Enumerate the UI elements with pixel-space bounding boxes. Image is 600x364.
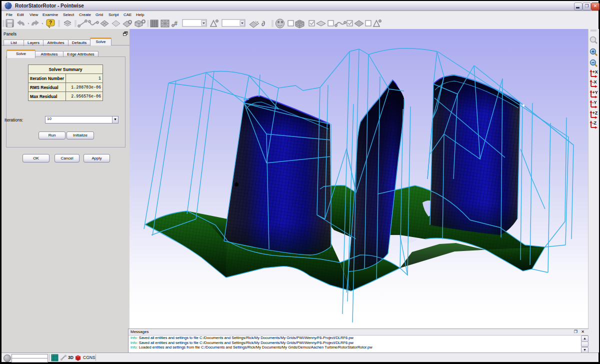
svg-text:+X: +X bbox=[592, 70, 598, 74]
svg-text:-Y: -Y bbox=[592, 100, 597, 105]
svg-text:?: ? bbox=[49, 20, 52, 26]
svg-text:∂: ∂ bbox=[262, 20, 265, 28]
svg-text:+Y: +Y bbox=[592, 90, 598, 95]
svg-text:-Z: -Z bbox=[592, 120, 597, 126]
svg-text:#: # bbox=[174, 20, 178, 27]
svg-text:+Z: +Z bbox=[592, 110, 598, 116]
svg-text:-X: -X bbox=[592, 80, 597, 84]
